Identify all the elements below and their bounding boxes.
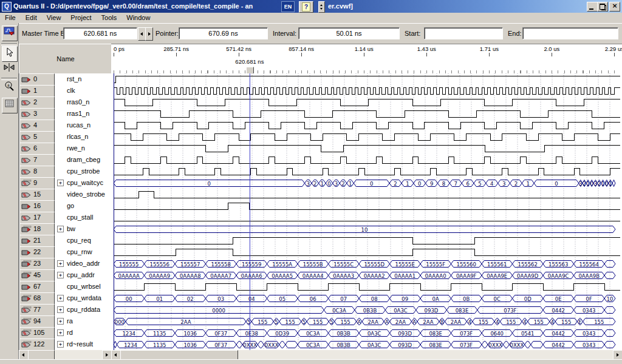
signal-name-cell[interactable]: cpu_stall: [55, 212, 112, 223]
signal-name-cell[interactable]: +ra: [55, 315, 112, 327]
master-time-next-button[interactable]: [145, 27, 153, 41]
signal-name-cell[interactable]: +cpu_waitcyc: [55, 177, 112, 189]
signal-row-rst_n[interactable]: 0rst_n: [19, 73, 112, 85]
language-badge[interactable]: EN: [281, 1, 295, 12]
time-bar-tool-button[interactable]: [2, 62, 16, 76]
expand-icon[interactable]: +: [57, 318, 64, 325]
expand-icon[interactable]: +: [57, 306, 64, 313]
signal-row-ra[interactable]: 94+ra: [19, 315, 112, 327]
signal-name-cell[interactable]: cpu_wrbsel: [55, 281, 112, 292]
expand-icon[interactable]: +: [57, 226, 64, 232]
help-icon[interactable]: ?: [299, 1, 313, 13]
signal-id-badge[interactable]: 94: [19, 315, 55, 328]
signal-id-badge[interactable]: 67: [19, 281, 55, 293]
start-field[interactable]: [424, 27, 503, 39]
signal-name-cell[interactable]: +video_addr: [55, 258, 112, 269]
master-time-bar-field[interactable]: 620.681 ns: [63, 27, 137, 39]
quartus-app-icon[interactable]: Q: [2, 2, 12, 12]
expand-icon[interactable]: +: [57, 180, 64, 186]
signal-name-cell[interactable]: cpu_rnw: [55, 246, 112, 258]
signal-id-badge[interactable]: 5: [19, 131, 55, 143]
signal-row-rras1_n[interactable]: 3rras1_n: [19, 108, 112, 120]
signal-name-cell[interactable]: go: [55, 200, 112, 212]
restore-button[interactable]: [597, 2, 608, 12]
signal-id-badge[interactable]: 6: [19, 143, 55, 155]
signal-row-rlcas_n[interactable]: 5rlcas_n: [19, 131, 112, 143]
signal-name-cell[interactable]: +bw: [55, 223, 112, 235]
signal-id-badge[interactable]: 1: [19, 85, 55, 97]
signal-id-badge[interactable]: 2: [19, 96, 55, 109]
signal-row-cpu_addr[interactable]: 45+cpu_addr: [19, 269, 112, 281]
expand-icon[interactable]: +: [57, 341, 64, 348]
signal-id-badge[interactable]: 22: [19, 246, 55, 258]
signal-row-video_strobe[interactable]: 15video_strobe: [19, 189, 112, 200]
menu-edit[interactable]: Edit: [21, 13, 42, 21]
names-hscrollbar[interactable]: [19, 350, 111, 359]
signal-id-badge[interactable]: 45: [19, 269, 55, 281]
signal-row-rras0_n[interactable]: 2rras0_n: [19, 96, 112, 108]
signal-id-badge[interactable]: 77: [19, 304, 55, 316]
signal-row-cpu_stall[interactable]: 17cpu_stall: [19, 212, 112, 223]
zoom-tool-button[interactable]: ±: [2, 81, 16, 95]
signal-id-badge[interactable]: 7: [19, 154, 55, 166]
signal-name-cell[interactable]: rras0_n: [55, 96, 112, 108]
selection-tool-button[interactable]: [2, 46, 18, 62]
signal-row-rd[interactable]: 105+rd: [19, 327, 112, 339]
signal-id-badge[interactable]: 16: [19, 200, 55, 212]
expand-icon[interactable]: +: [57, 329, 64, 336]
signal-name-cell[interactable]: +rd: [55, 327, 112, 339]
signal-row-dram_cbeg[interactable]: 7dram_cbeg: [19, 154, 112, 166]
menu-window[interactable]: Window: [121, 13, 155, 21]
signal-id-badge[interactable]: 18: [19, 223, 55, 235]
signal-name-cell[interactable]: cpu_strobe: [55, 166, 112, 177]
signal-row-rd~result[interactable]: 122+rd~result: [19, 339, 112, 350]
signal-row-go[interactable]: 16go: [19, 200, 112, 212]
signal-id-badge[interactable]: 122: [19, 339, 55, 350]
signal-row-rucas_n[interactable]: 4rucas_n: [19, 120, 112, 131]
signal-row-video_addr[interactable]: 23+video_addr: [19, 258, 112, 269]
signal-row-rwe_n[interactable]: 6rwe_n: [19, 143, 112, 154]
language-bar-divider[interactable]: [318, 1, 325, 13]
signal-row-cpu_wrbsel[interactable]: 67cpu_wrbsel: [19, 281, 112, 292]
signal-id-badge[interactable]: 8: [19, 166, 55, 178]
signal-row-cpu_rddata[interactable]: 77+cpu_rddata: [19, 304, 112, 315]
signal-name-cell[interactable]: +cpu_addr: [55, 269, 112, 281]
expand-icon[interactable]: +: [57, 260, 64, 267]
signal-name-cell[interactable]: dram_cbeg: [55, 154, 112, 166]
signal-id-badge[interactable]: 23: [19, 258, 55, 270]
signal-name-cell[interactable]: rwe_n: [55, 143, 112, 154]
signal-name-cell[interactable]: rucas_n: [55, 120, 112, 131]
signal-id-badge[interactable]: 4: [19, 120, 55, 132]
signal-name-cell[interactable]: clk: [55, 85, 112, 96]
signal-name-cell[interactable]: rlcas_n: [55, 131, 112, 143]
signal-id-badge[interactable]: 68: [19, 292, 55, 305]
signal-name-cell[interactable]: +cpu_wrdata: [55, 292, 112, 304]
wave-hscrollbar[interactable]: [111, 350, 622, 359]
signal-row-cpu_waitcyc[interactable]: 9+cpu_waitcyc: [19, 177, 112, 189]
waveform-area[interactable]: 0321032102109876543210321032101101555551…: [111, 73, 622, 350]
signal-row-clk[interactable]: 1clk: [19, 85, 112, 96]
signal-row-cpu_strobe[interactable]: 8cpu_strobe: [19, 166, 112, 177]
signal-name-cell[interactable]: cpu_req: [55, 235, 112, 246]
signal-name-cell[interactable]: +cpu_rddata: [55, 304, 112, 315]
menu-file[interactable]: File: [0, 13, 21, 21]
signal-id-badge[interactable]: 15: [19, 189, 55, 201]
signal-name-cell[interactable]: rras1_n: [55, 108, 112, 120]
waveform-editor-icon[interactable]: [2, 25, 18, 41]
signal-id-badge[interactable]: 21: [19, 235, 55, 247]
full-screen-tool-button[interactable]: [2, 98, 18, 113]
menu-tools[interactable]: Tools: [97, 13, 122, 21]
signal-id-badge[interactable]: 3: [19, 108, 55, 120]
signal-id-badge[interactable]: 105: [19, 327, 55, 339]
expand-icon[interactable]: +: [57, 295, 64, 302]
end-field[interactable]: [522, 27, 618, 39]
expand-icon[interactable]: +: [57, 272, 64, 278]
signal-row-cpu_wrdata[interactable]: 68+cpu_wrdata: [19, 292, 112, 304]
signal-row-cpu_rnw[interactable]: 22cpu_rnw: [19, 246, 112, 258]
signal-id-badge[interactable]: 17: [19, 212, 55, 224]
signal-id-badge[interactable]: 9: [19, 177, 55, 189]
signal-name-cell[interactable]: +rd~result: [55, 339, 112, 350]
menu-view[interactable]: View: [42, 13, 66, 21]
signal-name-cell[interactable]: video_strobe: [55, 189, 112, 200]
minimize-button[interactable]: [587, 2, 598, 12]
